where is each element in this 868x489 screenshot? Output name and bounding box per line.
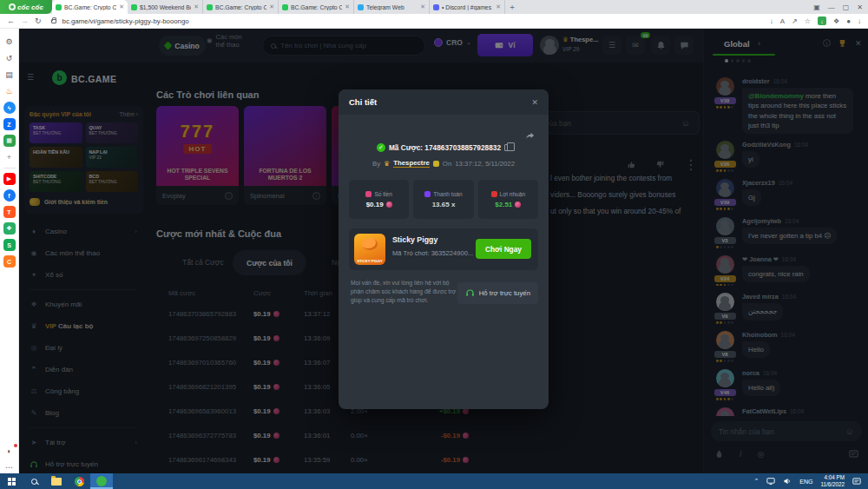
browser-tab[interactable]: BC.Game: Crypto Casino Gan✕ (203, 0, 279, 14)
volume-icon[interactable] (783, 477, 792, 486)
avatar[interactable] (716, 407, 734, 416)
tab-close-icon[interactable]: ✕ (194, 3, 199, 10)
bets-tab[interactable]: Cược của tôi (233, 250, 306, 275)
share-icon[interactable]: ↗ (792, 17, 798, 25)
sidebar-item-h-tr-tr-c-tuy-n[interactable]: Hỗ trợ trực tuyến (19, 453, 148, 473)
coccoc-button[interactable] (90, 473, 113, 489)
sidebar-item-x-s-[interactable]: ✦Xổ số (19, 264, 148, 286)
chat-settings-icon[interactable] (849, 449, 858, 459)
bet-username-link[interactable]: Thespectre (393, 159, 430, 168)
avatar[interactable] (716, 331, 734, 349)
profile-icon[interactable]: ● (846, 17, 851, 25)
chat-username[interactable]: droidster16:04 (742, 77, 862, 85)
browser-tab[interactable]: BC.Game: Crypto Casino Gan✕ (52, 0, 128, 14)
avatar[interactable] (716, 217, 734, 235)
game-card[interactable]: FORTUNA DE LOS MUERTOS 2Spinomenali (244, 106, 326, 205)
chat-username[interactable]: norca16:04 (742, 369, 862, 377)
info-icon[interactable]: i (225, 192, 233, 200)
tab-sports[interactable]: ◉ Các môn thể thao (207, 34, 252, 49)
chat-toggle-button[interactable] (674, 36, 694, 55)
shop-green-icon[interactable]: S (3, 239, 16, 251)
mail-button[interactable]: ✉ 99 (626, 36, 645, 55)
extensions-icon[interactable]: ❖ (833, 17, 839, 25)
sidebar-item-t-i-tr-[interactable]: ➤Tài trợ› (19, 432, 148, 453)
avatar[interactable] (716, 179, 734, 197)
vip-tile[interactable]: BCDBet thưởng (86, 171, 139, 192)
language-indicator[interactable]: ENG (799, 479, 812, 485)
chat-username[interactable]: GodzillaVsKong16:04 (742, 141, 862, 149)
chat-username[interactable]: FatCatWetLips16:04 (742, 407, 862, 415)
tab-close-icon[interactable]: ✕ (269, 3, 274, 10)
translate-icon[interactable]: A (780, 17, 785, 25)
sidebar-item-c-u-l-c-b-[interactable]: ♛VIP Câu lạc bộ (19, 315, 148, 337)
browser-tab[interactable]: • Discord | #games | BC G✕ (430, 0, 505, 14)
modal-close-button[interactable]: ✕ (531, 98, 538, 107)
bet-row[interactable]: 174863696372775783$0.1913:36:010.00×-$0.… (156, 423, 469, 447)
sidebar-item-c-ng-b-ng[interactable]: ⚖Công bằng (19, 380, 148, 402)
chat-emoji-icon[interactable]: ☺ (845, 426, 854, 436)
chat-username[interactable]: Javed mirza16:04 (742, 293, 862, 301)
add-shortcut-icon[interactable]: + (3, 151, 16, 163)
rail-more-icon[interactable]: ⋯ (3, 461, 16, 473)
download-green-icon[interactable]: ↓ (818, 17, 826, 25)
copy-bet-id-icon[interactable] (504, 144, 510, 151)
vip-tile[interactable]: TASKBet thưởng (30, 122, 82, 143)
tab-close-icon[interactable]: ✕ (345, 3, 350, 10)
sidebar-item--i-l-[interactable]: ◎Đại lý (19, 337, 148, 359)
rain-tip-icon[interactable] (714, 449, 724, 459)
url-text[interactable]: bc.game/vi/game/sticky-piggy-by-booongo (62, 17, 764, 25)
tab-close-icon[interactable]: ✕ (119, 3, 124, 10)
user-avatar[interactable] (540, 36, 559, 55)
reload-button[interactable]: ↻ (35, 17, 42, 25)
sidebar-item-c-c-m-n-th-thao[interactable]: ◉Các môn thể thao (19, 242, 148, 264)
sidebar-item-di-n-n[interactable]: ❞Diễn đàn (19, 359, 148, 380)
wallet-button[interactable]: Ví (477, 34, 533, 56)
currency-selector[interactable]: CRO ⌄ (434, 38, 471, 47)
avatar[interactable] (716, 77, 734, 96)
file-explorer-button[interactable] (45, 473, 68, 489)
tab-search-icon[interactable]: ▣ (813, 3, 820, 11)
new-tab-button[interactable]: ＋ (505, 0, 519, 14)
vip-tile[interactable]: HOÀN TIỀN XẤU (30, 147, 82, 168)
taskbar-clock[interactable]: 4:04 PM 11/6/2022 (820, 474, 845, 488)
like-icon[interactable] (627, 160, 636, 169)
vip-tile[interactable]: QUAYBet thưởng (86, 122, 139, 143)
maximize-button[interactable]: ▢ (843, 3, 850, 11)
tray-expand-icon[interactable]: ⌃ (753, 478, 759, 485)
avatar[interactable] (716, 255, 734, 274)
browser-tab[interactable]: $1,500 Weekend Booongo M✕ (128, 0, 203, 14)
game-thumbnail[interactable]: STICKY PIGGY (354, 234, 385, 265)
chat-trophy-icon[interactable] (838, 39, 847, 49)
sidebar-item-blog[interactable]: ✎Blog (19, 402, 148, 424)
info-icon[interactable]: i (312, 192, 320, 200)
share-bet-icon[interactable] (525, 131, 535, 141)
notifications-bell-icon[interactable]: ◗ (3, 445, 16, 457)
chat-room-dots[interactable] (725, 59, 751, 63)
cart-app-icon[interactable]: C (3, 255, 16, 268)
emoji-icon[interactable]: ☺ (681, 118, 690, 128)
network-icon[interactable] (766, 477, 775, 486)
sidebar-item-khuy-n-m-i[interactable]: ❖Khuyến mãi (19, 294, 148, 315)
browser-tab[interactable]: Telegram Web✕ (354, 0, 430, 14)
youtube-icon[interactable]: ▶ (3, 173, 16, 185)
gift-app-icon[interactable]: ✚ (3, 222, 16, 235)
chat-region-selector[interactable]: Global (724, 39, 750, 49)
forward-button[interactable]: → (21, 17, 29, 25)
chat-info-icon[interactable]: i (823, 39, 831, 47)
browser-tab[interactable]: BC.Game: Crypto Casino Gan✕ (279, 0, 354, 14)
chat-username[interactable]: Khoinobom16:04 (742, 331, 862, 339)
chat-username[interactable]: Xjacerzx1916:04 (742, 179, 862, 187)
bcgame-logo-text[interactable]: BC.GAME (71, 74, 116, 84)
bets-tab[interactable]: Tất cả Cược (182, 258, 224, 267)
sidebar-item-casino[interactable]: ♦Casino› (19, 221, 148, 242)
back-button[interactable]: ← (7, 17, 15, 25)
save-page-icon[interactable]: ↓ (770, 17, 773, 25)
messenger-icon[interactable]: ϟ (3, 102, 16, 114)
play-now-button[interactable]: Chơi Ngay (476, 239, 531, 259)
reading-list-icon[interactable]: ▤ (3, 69, 16, 81)
vip-tile[interactable]: SHITCODEBet thưởng (30, 171, 82, 192)
sidebar-collapse-button[interactable]: ☰ (27, 73, 34, 82)
zalo-icon[interactable]: Z (3, 118, 16, 130)
games-hub-icon[interactable]: ▦ (3, 135, 16, 147)
chat-username[interactable]: ❤ Joanna ❤16:04 (742, 255, 862, 263)
